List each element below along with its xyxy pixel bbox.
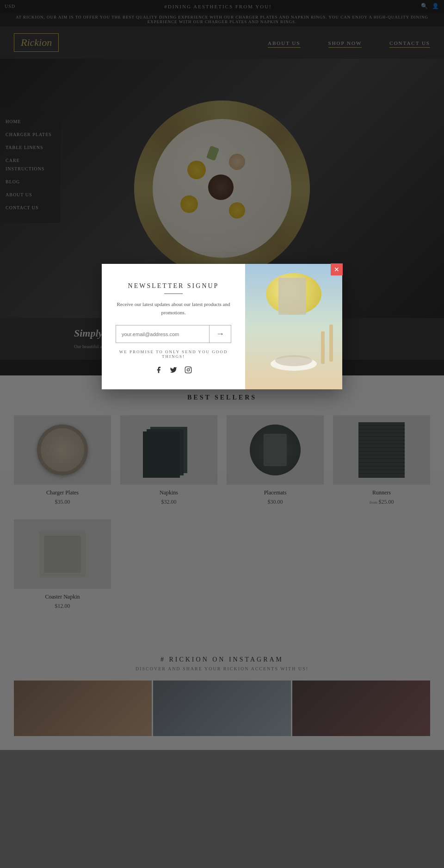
candle-stick-1 [329, 325, 333, 362]
twitter-icon[interactable] [170, 366, 177, 375]
facebook-icon[interactable] [155, 366, 162, 375]
vase-visual [278, 278, 306, 315]
instagram-social-icon[interactable] [185, 366, 192, 375]
modal-divider [164, 293, 183, 294]
email-submit-button[interactable]: → [209, 325, 231, 343]
svg-rect-0 [185, 367, 191, 373]
modal-overlay: ✕ NEWSLETTER SIGNUP Receive our latest u… [0, 0, 444, 750]
candle-stick-2 [321, 331, 325, 364]
email-form: → [116, 325, 231, 343]
modal-title: NEWSLETTER SIGNUP [128, 282, 219, 290]
modal-close-button[interactable]: ✕ [331, 263, 343, 275]
svg-point-2 [190, 368, 191, 369]
table-plate-2 [275, 355, 312, 366]
email-input[interactable] [116, 325, 209, 343]
modal-description: Receive our latest updates about our lat… [116, 300, 231, 317]
newsletter-modal: ✕ NEWSLETTER SIGNUP Receive our latest u… [102, 264, 342, 389]
promise-text: WE PROMISE TO ONLY SEND YOU GOOD THINGS! [116, 350, 231, 359]
modal-left-panel: NEWSLETTER SIGNUP Receive our latest upd… [102, 264, 245, 389]
svg-point-1 [187, 369, 189, 371]
social-icons [155, 366, 192, 375]
modal-right-image [245, 264, 342, 389]
